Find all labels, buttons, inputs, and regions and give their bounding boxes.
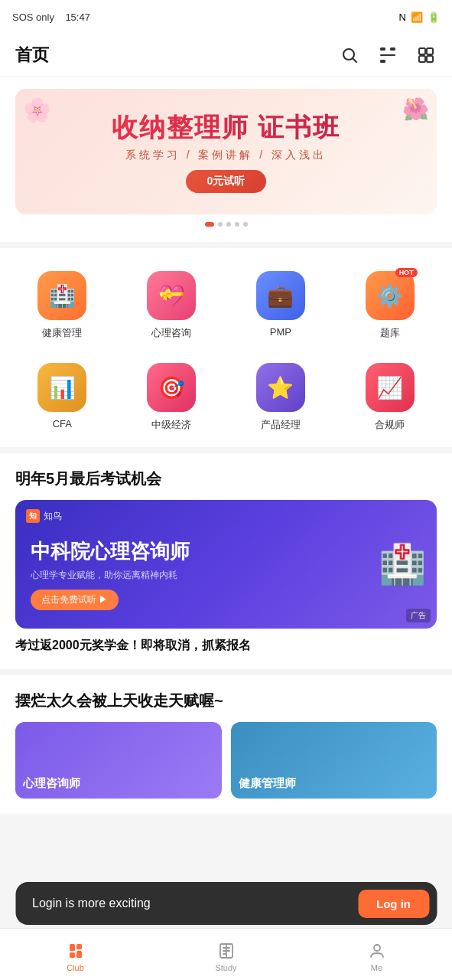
- svg-rect-11: [70, 952, 75, 958]
- banner-dot-4: [235, 222, 239, 227]
- course-card-2-label: 健康管理师: [239, 776, 296, 791]
- svg-rect-2: [381, 48, 385, 50]
- login-toast: Login is more exciting Log in: [15, 882, 437, 925]
- icon-pmp[interactable]: 💼 PMP: [226, 263, 336, 348]
- page-title: 首页: [15, 44, 49, 67]
- ad-cta-button[interactable]: 点击免费试听 ▶: [31, 590, 119, 610]
- banner-deco-right: 🌺: [402, 96, 429, 122]
- svg-rect-9: [427, 56, 433, 62]
- icons-grid: 🏥 健康管理 💝 心理咨询 💼 PMP ⚙️ HOT: [8, 263, 444, 439]
- scan-button[interactable]: [377, 44, 398, 66]
- ad-tag: 广告: [406, 609, 431, 622]
- nav-label-study: Study: [215, 963, 236, 972]
- nav-label-me: Me: [371, 963, 382, 972]
- ad-caption: 考过返2000元奖学金！即将取消，抓紧报名: [15, 638, 437, 654]
- wifi-icon: 🔋: [428, 11, 440, 23]
- hot-badge: HOT: [395, 268, 418, 277]
- icon-label-econ: 中级经济: [151, 418, 191, 432]
- svg-rect-13: [76, 951, 82, 958]
- icon-label-product: 产品经理: [261, 418, 301, 432]
- search-button[interactable]: [339, 44, 360, 66]
- section1-title: 明年5月最后考试机会: [15, 469, 437, 489]
- icon-label-psychology: 心理咨询: [151, 326, 191, 340]
- nav-label-club: Club: [67, 963, 84, 972]
- icon-label-qbank: 题库: [380, 326, 400, 340]
- icon-label-compliance: 合规师: [375, 418, 405, 432]
- status-bar: SOS only 15:47 N 📶 🔋: [0, 0, 452, 34]
- brand-icon: 知: [26, 509, 40, 523]
- icon-mid-economics[interactable]: 🎯 中级经济: [117, 355, 226, 439]
- svg-rect-10: [70, 944, 75, 951]
- svg-line-1: [353, 58, 357, 62]
- svg-rect-6: [419, 48, 425, 54]
- login-toast-text: Login is more exciting: [32, 897, 151, 910]
- icon-label-pmp: PMP: [270, 326, 291, 338]
- banner-deco-left: 🌸: [23, 96, 51, 123]
- nav-item-club[interactable]: Club: [0, 936, 151, 972]
- menu-button[interactable]: [415, 44, 437, 66]
- nfc-icon: N: [399, 11, 406, 23]
- section-exam: 明年5月最后考试机会 知 知鸟 中科院心理咨询师 心理学专业赋能，助你远离精神内…: [0, 453, 452, 669]
- study-icon: [216, 941, 236, 961]
- ad-banner[interactable]: 知 知鸟 中科院心理咨询师 心理学专业赋能，助你远离精神内耗 点击免费试听 ▶ …: [15, 500, 437, 629]
- course-card-1[interactable]: 心理咨询师: [15, 722, 222, 799]
- banner-dots: [15, 222, 437, 227]
- banner-section: 🌸 🌺 收纳整理师 证书班 系统学习 / 案例讲解 / 深入浅出 0元试听: [0, 77, 452, 242]
- status-left: SOS only 15:47: [12, 11, 90, 23]
- me-icon: [367, 941, 387, 961]
- icon-cfa[interactable]: 📊 CFA: [8, 355, 117, 439]
- section-talent: 摆烂太久会被上天收走天赋喔~ 心理咨询师 健康管理师: [0, 675, 452, 814]
- icon-product-mgr[interactable]: ⭐ 产品经理: [226, 355, 336, 439]
- ad-main-title: 中科院心理咨询师: [31, 540, 421, 564]
- banner-content: 收纳整理师 证书班 系统学习 / 案例讲解 / 深入浅出 0元试听: [112, 110, 340, 193]
- club-icon: [66, 941, 86, 961]
- brand-name: 知鸟: [44, 510, 62, 523]
- status-time: 15:47: [65, 11, 90, 23]
- status-icons: N 📶 🔋: [399, 11, 440, 23]
- svg-rect-3: [391, 48, 395, 50]
- ad-brand: 知 知鸟: [26, 509, 62, 523]
- icon-compliance[interactable]: 📈 合规师: [335, 355, 444, 439]
- ad-subtitle: 心理学专业赋能，助你远离精神内耗: [31, 569, 421, 582]
- banner-dot-5: [243, 222, 248, 227]
- icon-health-mgmt[interactable]: 🏥 健康管理: [8, 263, 117, 348]
- banner-dot-3: [226, 222, 231, 227]
- banner-cta-button[interactable]: 0元试听: [186, 170, 267, 193]
- icon-question-bank[interactable]: ⚙️ HOT 题库: [335, 263, 444, 348]
- icons-section: 🏥 健康管理 💝 心理咨询 💼 PMP ⚙️ HOT: [0, 248, 452, 447]
- banner-subtitle: 系统学习 / 案例讲解 / 深入浅出: [112, 149, 340, 162]
- banner-dot-2: [218, 222, 223, 227]
- signal-icon: 📶: [411, 11, 423, 23]
- ad-content: 中科院心理咨询师 心理学专业赋能，助你远离精神内耗 点击免费试听 ▶: [31, 518, 421, 609]
- svg-rect-4: [381, 60, 385, 62]
- nav-item-me[interactable]: Me: [301, 936, 452, 972]
- icon-label-cfa: CFA: [53, 418, 72, 430]
- svg-rect-12: [76, 944, 82, 949]
- course-cards: 心理咨询师 健康管理师: [15, 722, 437, 799]
- section2-title: 摆烂太久会被上天收走天赋喔~: [15, 691, 437, 711]
- course-card-2[interactable]: 健康管理师: [231, 722, 437, 799]
- svg-point-19: [374, 945, 380, 951]
- login-button[interactable]: Log in: [358, 890, 429, 918]
- course-card-1-label: 心理咨询师: [23, 776, 80, 791]
- header-actions: [339, 44, 437, 66]
- bottom-nav: Club Study Me: [0, 928, 452, 980]
- banner-card[interactable]: 🌸 🌺 收纳整理师 证书班 系统学习 / 案例讲解 / 深入浅出 0元试听: [15, 89, 437, 214]
- svg-rect-8: [419, 56, 425, 62]
- svg-rect-7: [427, 48, 433, 54]
- sos-text: SOS only: [12, 11, 54, 23]
- banner-main-title: 收纳整理师 证书班: [112, 110, 340, 145]
- icon-psychology[interactable]: 💝 心理咨询: [117, 263, 226, 348]
- banner-dot-1: [205, 222, 214, 227]
- header: 首页: [0, 34, 452, 77]
- nav-item-study[interactable]: Study: [151, 936, 301, 972]
- icon-label-health: 健康管理: [42, 326, 82, 340]
